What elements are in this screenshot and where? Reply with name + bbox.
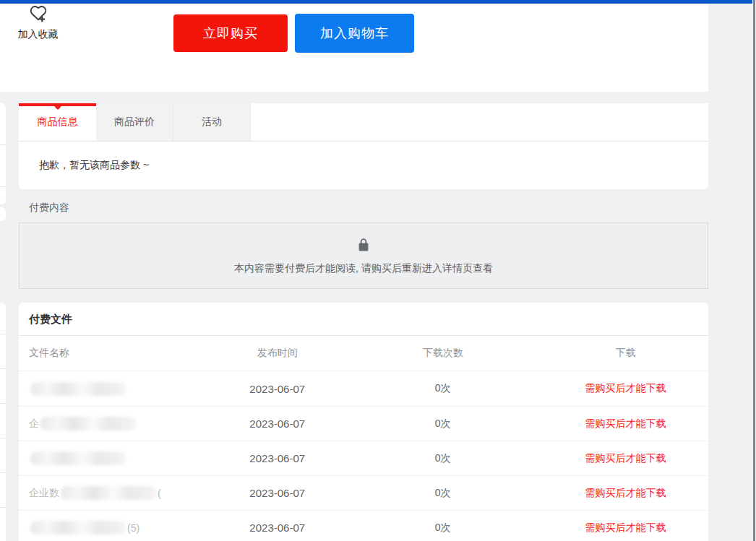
vertical-scrollbar[interactable] [753,0,755,541]
active-tab-indicator [19,103,96,106]
file-name-cell: 企 [19,416,212,432]
file-name-cell [19,451,212,467]
purchase-to-download-link[interactable]: 需购买后才能下载 [543,452,708,465]
redaction-blur [40,417,136,430]
redaction-blur [30,451,126,465]
file-name-cell: (5) [19,520,212,536]
download-count-cell: 0次 [343,521,543,534]
product-detail-tabs: 商品信息 商品评价 活动 [19,103,708,142]
paid-content-section-title: 付费内容 [29,202,69,215]
favorite-label: 加入收藏 [0,28,76,41]
paid-file-row: 企 2023-06-07 0次 需购买后才能下载 [19,406,708,441]
download-count-cell: 0次 [343,452,543,465]
locked-message: 本内容需要付费后才能阅读, 请购买后重新进入详情页查看 [234,262,493,275]
no-parameters-panel: 抱歉，暂无该商品参数 ~ [19,142,708,189]
tab-product-info[interactable]: 商品信息 [19,103,96,141]
column-header-filename: 文件名称 [19,347,212,360]
redacted-file-name [29,381,212,397]
clipped-left-panel [0,303,6,541]
purchase-to-download-link[interactable]: 需购买后才能下载 [543,382,708,395]
tab-label: 商品信息 [38,116,78,129]
redacted-file-name: 企 [29,416,212,432]
buy-now-button[interactable]: 立即购买 [173,14,288,52]
publish-date-cell: 2023-06-07 [212,452,343,464]
paid-files-header-row: 文件名称 发布时间 下载次数 下载 [19,336,708,371]
purchase-to-download-link[interactable]: 需购买后才能下载 [543,417,708,430]
no-parameters-text: 抱歉，暂无该商品参数 ~ [39,159,149,172]
redaction-blur [30,521,126,534]
download-count-cell: 0次 [343,487,543,500]
file-name-fragment: ( [158,488,161,499]
tab-label: 商品评价 [114,116,155,129]
clipped-left-panel [0,103,6,204]
paid-files-panel: 付费文件 文件名称 发布时间 下载次数 下载 2023-06-07 0次 需购买… [19,303,708,541]
redaction-blur [61,486,156,500]
download-count-cell: 0次 [343,417,543,430]
file-name-cell [19,381,212,397]
publish-date-cell: 2023-06-07 [212,521,343,534]
clipped-left-panel [0,207,6,221]
column-header-publish-time: 发布时间 [212,347,343,360]
publish-date-cell: 2023-06-07 [212,487,343,499]
redaction-blur [30,382,126,396]
locked-content-box: 本内容需要付费后才能阅读, 请购买后重新进入详情页查看 [19,222,708,289]
redacted-file-name: (5) [29,520,212,536]
file-name-fragment: 企 [29,417,39,430]
paid-file-row: 2023-06-07 0次 需购买后才能下载 [19,441,708,475]
tab-activity[interactable]: 活动 [173,103,251,141]
column-header-download: 下载 [543,347,708,360]
download-count-cell: 0次 [343,382,543,395]
paid-files-title: 付费文件 [19,303,708,335]
add-to-favorites-button[interactable]: 加入收藏 [0,4,76,51]
redacted-file-name: 企业数 ( [29,485,212,501]
paid-file-row: 2023-06-07 0次 需购买后才能下载 [19,371,708,406]
purchase-to-download-link[interactable]: 需购买后才能下载 [543,521,708,534]
heart-plus-icon [0,4,76,25]
file-name-fragment: 企业数 [29,487,59,500]
buy-box-panel: 立即购买 加入购物车 加入收藏 [0,4,708,92]
paid-file-row: (5) 2023-06-07 0次 需购买后才能下载 [19,510,708,541]
file-name-cell: 企业数 ( [19,485,212,501]
purchase-to-download-link[interactable]: 需购买后才能下载 [543,487,708,500]
file-name-fragment: (5) [127,522,139,534]
paid-file-row: 企业数 ( 2023-06-07 0次 需购买后才能下载 [19,475,708,510]
paid-files-rows: 2023-06-07 0次 需购买后才能下载 企 2023-06-07 0次 需… [19,371,708,541]
tab-product-reviews[interactable]: 商品评价 [96,103,173,141]
redacted-file-name [29,451,212,467]
add-to-cart-button[interactable]: 加入购物车 [295,14,414,53]
publish-date-cell: 2023-06-07 [212,417,343,430]
column-header-download-count: 下载次数 [343,347,543,360]
publish-date-cell: 2023-06-07 [212,383,343,395]
tab-label: 活动 [202,116,222,129]
lock-icon [355,236,372,256]
